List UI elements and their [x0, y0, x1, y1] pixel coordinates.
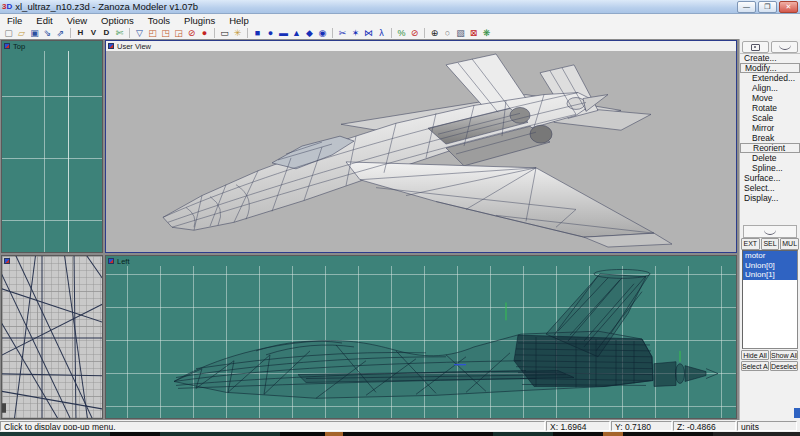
menu-file[interactable]: File — [0, 14, 29, 27]
save-icon[interactable]: ▣ — [28, 27, 41, 39]
list-item-motor[interactable]: motor — [743, 251, 797, 261]
viewport-user-view[interactable]: User View — [105, 40, 737, 253]
mul-mode-button[interactable]: MUL — [780, 238, 799, 250]
viewport-top-titlebar[interactable]: Top — [2, 41, 102, 51]
viewport-user-canvas[interactable] — [106, 51, 736, 252]
toolbar-separator — [214, 28, 215, 38]
viewport-left-titlebar[interactable]: Left — [106, 256, 736, 266]
layout-d-button[interactable]: D — [100, 27, 113, 39]
hide-all-button[interactable]: Hide All — [741, 350, 769, 360]
list-item-union1[interactable]: Union[1] — [743, 270, 797, 280]
cmd-scale[interactable]: Scale — [740, 113, 800, 123]
layout-v-button[interactable]: V — [87, 27, 100, 39]
arc-top-button[interactable] — [771, 41, 798, 53]
material-editor-icon[interactable]: ❋ — [480, 27, 493, 39]
lamp-icon[interactable]: ○ — [441, 27, 454, 39]
cmd-surface[interactable]: Surface... — [740, 173, 800, 183]
menu-edit[interactable]: Edit — [29, 14, 59, 27]
snap-icon[interactable]: ✄ — [113, 27, 126, 39]
vertex-mode-icon[interactable]: ◰ — [146, 27, 159, 39]
command-menu: Create... Modify... Extended... Align...… — [740, 53, 800, 203]
import-icon[interactable]: ⇘ — [41, 27, 54, 39]
cmd-create[interactable]: Create... — [740, 53, 800, 63]
material-sphere-icon[interactable]: ● — [198, 27, 211, 39]
disk-primitive-icon[interactable]: ◆ — [303, 27, 316, 39]
arc-icon — [764, 229, 776, 235]
minimize-button[interactable]: — — [737, 1, 756, 13]
status-x-coordinate: X: 1.6964 — [546, 421, 610, 431]
arc-bottom-button[interactable] — [743, 225, 797, 238]
open-folder-icon[interactable]: ▱ — [15, 27, 28, 39]
menu-view[interactable]: View — [60, 14, 94, 27]
export-icon[interactable]: ⇗ — [54, 27, 67, 39]
skin-tool-icon[interactable]: λ — [375, 27, 388, 39]
arc-icon — [779, 44, 791, 50]
aperture-icon — [751, 44, 760, 51]
new-file-icon[interactable]: ▢ — [2, 27, 15, 39]
weld-tool-icon[interactable]: ⋈ — [362, 27, 375, 39]
zoom-icon[interactable]: ⊕ — [428, 27, 441, 39]
menu-bar: File Edit View Options Tools Plugins Hel… — [0, 14, 800, 28]
aperture-button[interactable] — [742, 41, 769, 53]
panel-corner-marker — [794, 408, 800, 418]
viewport-left[interactable]: Left — [105, 255, 737, 419]
maximize-button[interactable]: ❒ — [758, 1, 777, 13]
cmd-mirror[interactable]: Mirror — [740, 123, 800, 133]
status-bar: Click to display pop-up menu. X: 1.6964 … — [0, 420, 800, 432]
cmd-modify[interactable]: Modify... — [740, 63, 800, 73]
menu-help[interactable]: Help — [222, 14, 256, 27]
cmd-display[interactable]: Display... — [740, 193, 800, 203]
edge-mode-icon[interactable]: ◳ — [159, 27, 172, 39]
cmd-reorient[interactable]: Reorient — [740, 143, 800, 153]
rect-select-icon[interactable]: ▭ — [218, 27, 231, 39]
cone-primitive-icon[interactable]: ▲ — [290, 27, 303, 39]
toolbar-separator — [424, 28, 425, 38]
menu-tools[interactable]: Tools — [141, 14, 177, 27]
viewport-detail[interactable] — [1, 255, 103, 419]
aircraft-wireframe-side — [106, 266, 736, 418]
cmd-rotate[interactable]: Rotate — [740, 103, 800, 113]
cmd-break[interactable]: Break — [740, 133, 800, 143]
layout-h-button[interactable]: H — [74, 27, 87, 39]
cmd-extended[interactable]: Extended... — [740, 73, 800, 83]
gear-icon[interactable]: ✳ — [231, 27, 244, 39]
star-tool-icon[interactable]: ✶ — [349, 27, 362, 39]
prohibit-icon[interactable]: ⊘ — [408, 27, 421, 39]
sphere-primitive-icon[interactable]: ● — [264, 27, 277, 39]
uv-map-icon[interactable]: % — [395, 27, 408, 39]
cylinder-primitive-icon[interactable]: ▬ — [277, 27, 290, 39]
zanoza-modeler-window: 3D xl_ultraz_n10.z3d - Zanoza Modeler v1… — [0, 0, 800, 436]
cmd-align[interactable]: Align... — [740, 83, 800, 93]
ext-mode-button[interactable]: EXT — [741, 238, 760, 250]
delete-icon[interactable]: ⊠ — [467, 27, 480, 39]
select-all-button[interactable]: Select All — [741, 361, 769, 371]
command-panel: Create... Modify... Extended... Align...… — [739, 39, 800, 420]
show-all-button[interactable]: Show All — [770, 350, 798, 360]
cmd-move[interactable]: Move — [740, 93, 800, 103]
box-primitive-icon[interactable]: ■ — [251, 27, 264, 39]
sel-mode-button[interactable]: SEL — [761, 238, 780, 250]
grid-axis-line — [68, 51, 69, 252]
viewport-top[interactable]: Top — [1, 40, 103, 253]
cube-view-icon[interactable]: ▧ — [454, 27, 467, 39]
viewport-top-canvas[interactable] — [2, 51, 102, 252]
menu-options[interactable]: Options — [94, 14, 141, 27]
desktop-edge-strip — [0, 432, 800, 436]
cut-tool-icon[interactable]: ✂ — [336, 27, 349, 39]
viewport-left-canvas[interactable] — [106, 266, 736, 418]
cmd-select[interactable]: Select... — [740, 183, 800, 193]
torus-primitive-icon[interactable]: ◉ — [316, 27, 329, 39]
hidden-mode-icon[interactable]: ⊘ — [185, 27, 198, 39]
menu-plugins[interactable]: Plugins — [177, 14, 222, 27]
object-list[interactable]: motor Union[0] Union[1] — [742, 250, 798, 349]
close-button[interactable]: ✕ — [779, 1, 798, 13]
face-mode-icon[interactable]: ◲ — [172, 27, 185, 39]
cmd-spline[interactable]: Spline... — [740, 163, 800, 173]
viewport-detail-canvas[interactable] — [2, 256, 102, 418]
deselect-button[interactable]: Deselect — [770, 361, 798, 371]
list-item-union0[interactable]: Union[0] — [743, 261, 797, 271]
window-titlebar[interactable]: 3D xl_ultraz_n10.z3d - Zanoza Modeler v1… — [0, 0, 800, 14]
cmd-delete[interactable]: Delete — [740, 153, 800, 163]
filter-icon[interactable]: ▽ — [133, 27, 146, 39]
viewport-detail-titlebar[interactable] — [2, 256, 15, 266]
